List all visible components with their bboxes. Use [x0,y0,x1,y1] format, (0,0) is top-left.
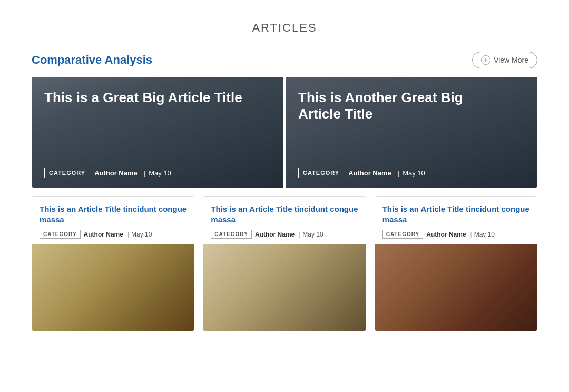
small-card-1-title: This is an Article Title tincidunt congu… [40,204,187,224]
small-card-3-category: CATEGORY [382,230,424,239]
small-article-1[interactable]: This is an Article Title tincidunt congu… [32,196,194,331]
small-card-2-meta: CATEGORY Author Name | May 10 [211,230,358,239]
small-card-1-image [32,244,194,331]
plus-icon: + [481,55,490,65]
featured-card-2-title: This is Another Great Big Article Title [298,90,498,122]
featured-card-2-author: Author Name [348,169,391,177]
small-card-3-info: This is an Article Title tincidunt congu… [375,197,537,244]
featured-card-2-date: May 10 [403,169,425,177]
view-more-button[interactable]: + View More [472,52,537,68]
small-card-1-divider: | [127,231,129,238]
featured-card-1-date: May 10 [149,169,171,177]
small-card-3-meta: CATEGORY Author Name | May 10 [382,230,529,239]
featured-card-1-title: This is a Great Big Article Title [44,90,244,106]
featured-card-2-divider: | [398,169,399,177]
small-card-2-title: This is an Article Title tincidunt congu… [211,204,358,224]
header-line-left [32,28,243,28]
small-card-1-date: May 10 [131,231,152,238]
featured-card-1-author: Author Name [94,169,138,177]
articles-main-title: ARTICLES [252,21,317,35]
small-card-2-date: May 10 [302,231,323,238]
section-title: Comparative Analysis [32,53,152,67]
small-card-2-author: Author Name [255,231,295,238]
featured-article-2[interactable]: This is Another Great Big Article Title … [286,77,537,188]
small-card-2-image [203,244,365,331]
small-article-2[interactable]: This is an Article Title tincidunt congu… [203,196,366,331]
featured-articles-row: This is a Great Big Article Title CATEGO… [32,77,537,188]
small-card-3-date: May 10 [474,231,495,238]
featured-card-1-meta: CATEGORY Author Name | May 10 [44,168,271,178]
small-article-3[interactable]: This is an Article Title tincidunt congu… [375,196,537,331]
small-card-1-info: This is an Article Title tincidunt congu… [32,197,194,244]
featured-card-1-divider: | [144,169,145,177]
small-articles-row: This is an Article Title tincidunt congu… [32,196,537,331]
small-card-3-image [375,244,537,331]
small-card-1-meta: CATEGORY Author Name | May 10 [40,230,187,239]
small-card-2-category: CATEGORY [211,230,252,239]
small-card-2-divider: | [299,231,300,238]
featured-card-1-category: CATEGORY [44,168,90,178]
small-card-2-info: This is an Article Title tincidunt congu… [203,197,365,244]
featured-card-1-content: This is a Great Big Article Title CATEGO… [32,77,283,188]
header-line-right [326,28,537,28]
small-card-1-category: CATEGORY [40,230,81,239]
featured-card-2-category: CATEGORY [298,168,344,178]
section-header: Comparative Analysis + View More [32,52,537,68]
featured-card-2-meta: CATEGORY Author Name | May 10 [298,168,525,178]
small-card-3-title: This is an Article Title tincidunt congu… [382,204,529,224]
small-card-1-author: Author Name [84,231,123,238]
view-more-label: View More [494,56,528,64]
small-card-3-author: Author Name [426,231,466,238]
articles-section-header: ARTICLES [32,21,537,35]
featured-card-2-content: This is Another Great Big Article Title … [286,77,537,188]
featured-article-1[interactable]: This is a Great Big Article Title CATEGO… [32,77,283,188]
small-card-3-divider: | [470,231,472,238]
